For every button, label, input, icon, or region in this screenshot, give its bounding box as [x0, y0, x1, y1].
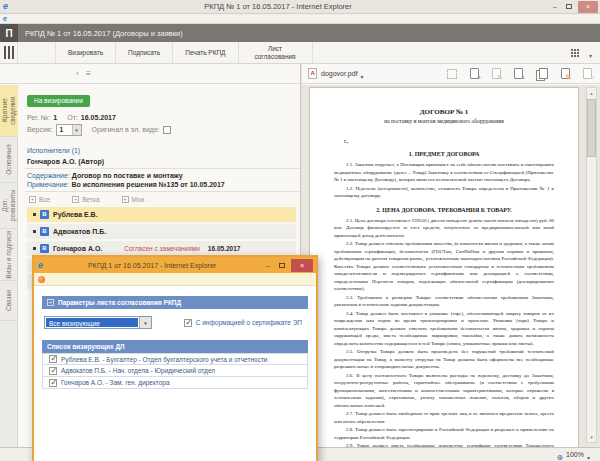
file-dropdown-icon[interactable] — [361, 65, 364, 83]
maximize-button[interactable] — [562, 1, 576, 13]
contract-paragraph: 2.4. Товар должен быть поставлен в упако… — [334, 310, 554, 348]
author-line: Гончаров А.О. (Автор) — [27, 158, 294, 165]
expand-arrow-icon[interactable] — [76, 70, 79, 78]
add-file-icon[interactable]: + — [470, 68, 479, 79]
app-logo: П — [0, 24, 18, 42]
tab-extra-attributes[interactable]: Доп. реквизиты — [0, 183, 18, 229]
filter-mine[interactable]: Мои — [122, 196, 145, 203]
apps-grid-icon[interactable] — [571, 49, 579, 57]
file-name[interactable]: dogovor.pdf — [321, 70, 358, 77]
expand-plus-icon[interactable] — [72, 196, 79, 203]
popup-close-button[interactable] — [291, 259, 313, 272]
approval-sheet-popup: РКПД 1 от 16.05.2017 - Internet Explorer… — [32, 255, 318, 461]
document-toolbar: dogovor.pdf + ✎ × ✎ › — [302, 64, 600, 84]
popup-minimize-button[interactable] — [261, 259, 275, 271]
version-select[interactable]: 1 — [56, 124, 82, 136]
tree-menu-icon[interactable] — [86, 70, 91, 78]
app-header: П РКПД № 1 от 16.05.2017 (Договоры и зая… — [0, 24, 600, 42]
print-rkpd-button[interactable]: Печать РКПД — [173, 42, 238, 63]
menu-icon[interactable] — [0, 42, 18, 63]
sign-file-icon[interactable]: ✎ — [561, 68, 570, 79]
contract-heading: 2. ЦЕНА ДОГОВОРА. ТРЕБОВАНИЯ К ТОВАРУ. — [334, 207, 554, 213]
zoom-dropdown-icon[interactable] — [587, 446, 590, 461]
signer-row[interactable]: Рублева Е.В. - Бухгалтер - Отдел бухгалт… — [42, 353, 308, 365]
divider — [25, 168, 300, 169]
chevron-down-icon[interactable] — [589, 44, 592, 62]
popup-favicon-row — [34, 273, 316, 286]
approver-name: Адвокатов П.Б. — [53, 228, 106, 235]
contract-paragraph: 1.1. Заказчик поручает, а Поставщик прин… — [334, 161, 554, 184]
document-scrollbar[interactable] — [586, 87, 597, 443]
approver-status: Согласен с замечаниями — [124, 245, 200, 252]
sidebar-tabstrip: Краткие сведения Основные Доп. реквизиты… — [0, 85, 18, 447]
cert-checkbox[interactable] — [184, 319, 192, 327]
zoom-icon[interactable] — [556, 446, 563, 461]
approver-row[interactable]: В Рублева Е.В. — [27, 207, 296, 222]
close-button[interactable] — [578, 1, 598, 13]
main-toolbar: Визировать Подписать Печать РКПД Лист со… — [0, 42, 600, 64]
signer-checkbox[interactable] — [49, 355, 57, 363]
signer-row[interactable]: Гончаров А.О. - Зам. ген. директора — [42, 377, 308, 389]
approver-name: Гончаров А.О. — [53, 245, 102, 252]
signers-header-label: Список визирующих ДЛ — [47, 343, 125, 350]
scroll-up-icon[interactable] — [587, 88, 596, 98]
window-titlebar: РКПД № 1 от 16.05.2017 - Internet Explor… — [0, 0, 600, 14]
scope-select-value: Все визирующие — [46, 318, 138, 327]
approval-sheet-button[interactable]: Лист согласования — [239, 42, 313, 63]
contract-paragraph: 2.1. Цена договора составляет 259550 ( д… — [334, 217, 554, 240]
contract-paragraph: 2.6. В цену поставленного Товара включен… — [334, 372, 554, 410]
popup-body: Параметры листа согласования РКПД Все ви… — [34, 286, 316, 389]
bullet-icon — [33, 230, 36, 233]
signer-checkbox[interactable] — [49, 379, 57, 387]
signer-checkbox[interactable] — [49, 367, 57, 375]
scope-dropdown-icon[interactable] — [139, 317, 151, 328]
version-value: 1 — [57, 126, 72, 133]
bullet-icon — [33, 213, 36, 216]
version-dropdown-icon[interactable] — [72, 125, 81, 135]
visa-badge: В — [40, 210, 49, 219]
filter-branch[interactable]: Ветка — [72, 196, 99, 203]
tab-links[interactable]: Связки — [0, 281, 18, 321]
window-title: РКПД № 1 от 16.05.2017 - Internet Explor… — [8, 2, 548, 11]
signer-label: Адвокатов П.Б. - Нач. отдела - Юридическ… — [61, 367, 215, 374]
signer-label: Рублева Е.В. - Бухгалтер - Отдел бухгалт… — [61, 356, 268, 363]
approve-button[interactable]: Визировать — [56, 42, 116, 63]
scope-select[interactable]: Все визирующие — [44, 316, 152, 329]
tab-brief-info[interactable]: Краткие сведения — [0, 85, 18, 137]
minimize-button[interactable] — [548, 1, 562, 13]
visa-badge: В — [40, 244, 49, 253]
contract-heading: 1. ПРЕДМЕТ ДОГОВОРА — [334, 151, 554, 157]
tab-main[interactable]: Основные — [0, 137, 18, 183]
expand-plus-icon[interactable] — [29, 196, 36, 203]
scrollbar-thumb[interactable] — [587, 99, 596, 157]
reg-date-label: От: — [67, 114, 78, 121]
left-pane-header — [0, 64, 300, 84]
content-label: Содержание: — [27, 172, 70, 179]
signer-row[interactable]: Адвокатов П.Б. - Нач. отдела - Юридическ… — [42, 365, 308, 377]
zoom-level[interactable]: 100% — [566, 451, 584, 458]
popup-maximize-button[interactable] — [275, 259, 289, 271]
approver-row[interactable]: В Гончаров А.О. Согласен с замечаниями 1… — [27, 241, 296, 256]
contract-paragraph: 2.8. Товар должен быть зарегистрирован в… — [334, 426, 554, 441]
copy-file-icon[interactable] — [536, 68, 548, 80]
favicon-icon — [3, 15, 7, 22]
expand-plus-icon[interactable] — [122, 196, 129, 203]
select-region-icon — [447, 69, 457, 79]
contract-paragraph: 2.5. Отгрузка Товара должна быть произве… — [334, 348, 554, 371]
contract-title: ДОГОВОР № 1 — [334, 108, 554, 116]
author-name: Гончаров А.О. — [27, 158, 76, 165]
collapse-icon[interactable] — [47, 299, 54, 306]
executors-link[interactable]: Исполнители (1) — [27, 147, 80, 154]
scroll-down-icon[interactable] — [587, 432, 596, 442]
tab-visas-signatures[interactable]: Визы и подписи — [0, 229, 18, 281]
sign-button[interactable]: Подписать — [116, 42, 173, 63]
delete-file-icon[interactable]: × — [514, 68, 523, 79]
filter-all[interactable]: Все — [29, 196, 50, 203]
content-value: Договор по поставке и монтажу — [72, 172, 183, 179]
params-controls: Все визирующие С информацией о сертифика… — [44, 316, 306, 329]
note-label: Примечание: — [27, 181, 69, 188]
visa-badge: В — [40, 227, 49, 236]
popup-titlebar: РКПД 1 от 16.05.2017 - Internet Explorer — [34, 257, 316, 273]
original-checkbox[interactable] — [163, 126, 171, 134]
approver-row[interactable]: В Адвокатов П.Б. — [27, 224, 296, 239]
